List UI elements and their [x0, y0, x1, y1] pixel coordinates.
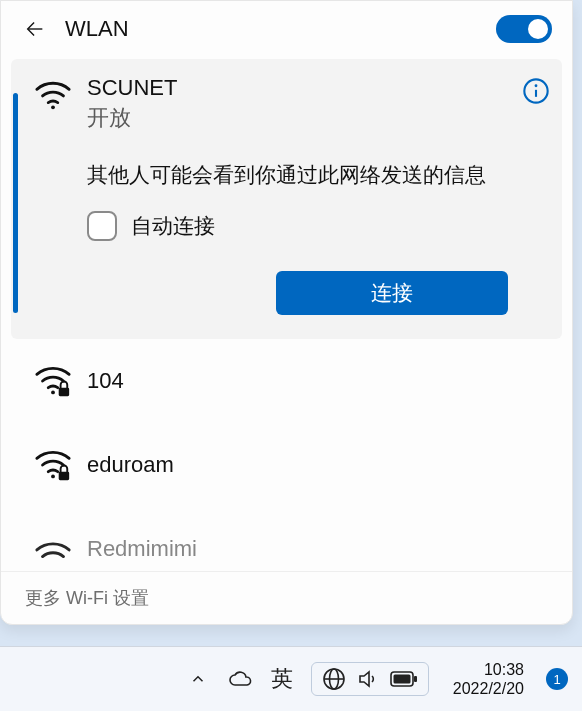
network-item[interactable]: eduroam — [11, 423, 562, 507]
svg-point-5 — [51, 391, 55, 395]
svg-point-4 — [535, 84, 538, 87]
flyout-header: WLAN — [1, 1, 572, 55]
taskbar-tray: 英 10:38 2022/2/20 1 — [185, 660, 568, 698]
network-list: SCUNET 开放 其他人可能会看到你通过此网络发送的信息 自动连接 连接 — [1, 55, 572, 571]
network-properties-button[interactable] — [522, 77, 552, 107]
network-item[interactable]: 104 — [11, 339, 562, 423]
wifi-toggle[interactable] — [496, 15, 552, 43]
auto-connect-checkbox[interactable] — [87, 211, 117, 241]
network-item-selected[interactable]: SCUNET 开放 其他人可能会看到你通过此网络发送的信息 自动连接 连接 — [11, 59, 562, 339]
network-name: 104 — [87, 368, 124, 394]
open-network-warning: 其他人可能会看到你通过此网络发送的信息 — [87, 161, 508, 189]
network-icon — [322, 667, 346, 691]
svg-rect-14 — [393, 675, 410, 684]
system-tray-group[interactable] — [311, 662, 429, 696]
wifi-signal-icon — [33, 75, 73, 115]
more-wifi-settings-link[interactable]: 更多 Wi-Fi 设置 — [25, 588, 149, 608]
header-title: WLAN — [65, 16, 480, 42]
network-details: SCUNET 开放 其他人可能会看到你通过此网络发送的信息 自动连接 连接 — [87, 75, 508, 325]
network-name: Redmimimi — [87, 536, 197, 562]
connect-row: 连接 — [87, 271, 508, 315]
auto-connect-label: 自动连接 — [131, 212, 215, 240]
svg-marker-12 — [360, 672, 369, 686]
arrow-left-icon — [24, 18, 46, 40]
chevron-up-icon — [189, 670, 207, 688]
info-icon — [522, 77, 550, 105]
network-name: SCUNET — [87, 75, 508, 101]
selection-accent — [13, 93, 18, 313]
volume-icon — [356, 667, 380, 691]
notification-badge[interactable]: 1 — [546, 668, 568, 690]
clock-time: 10:38 — [484, 660, 524, 679]
svg-rect-8 — [59, 472, 69, 481]
battery-icon — [390, 670, 418, 688]
cloud-icon — [228, 667, 252, 691]
clock-date: 2022/2/20 — [453, 679, 524, 698]
connect-button[interactable]: 连接 — [276, 271, 508, 315]
network-name: eduroam — [87, 452, 174, 478]
auto-connect-row: 自动连接 — [87, 211, 508, 241]
taskbar-clock[interactable]: 10:38 2022/2/20 — [453, 660, 524, 698]
tray-overflow-button[interactable] — [185, 666, 211, 692]
svg-rect-6 — [59, 388, 69, 397]
svg-rect-15 — [414, 676, 417, 682]
taskbar: 英 10:38 2022/2/20 1 — [0, 646, 582, 711]
wifi-signal-secured-icon — [33, 361, 73, 401]
back-button[interactable] — [21, 15, 49, 43]
svg-point-7 — [51, 475, 55, 479]
tray-onedrive[interactable] — [227, 666, 253, 692]
wifi-flyout: WLAN SCUNET 开放 其他人可能会看到你通过此网络发送的信息 — [0, 0, 573, 625]
network-item[interactable]: Redmimimi — [11, 507, 562, 569]
flyout-footer: 更多 Wi-Fi 设置 — [1, 571, 572, 624]
network-subtitle: 开放 — [87, 103, 508, 133]
wifi-signal-icon — [33, 529, 73, 569]
svg-point-1 — [51, 105, 55, 109]
wifi-signal-secured-icon — [33, 445, 73, 485]
ime-indicator[interactable]: 英 — [269, 666, 295, 692]
